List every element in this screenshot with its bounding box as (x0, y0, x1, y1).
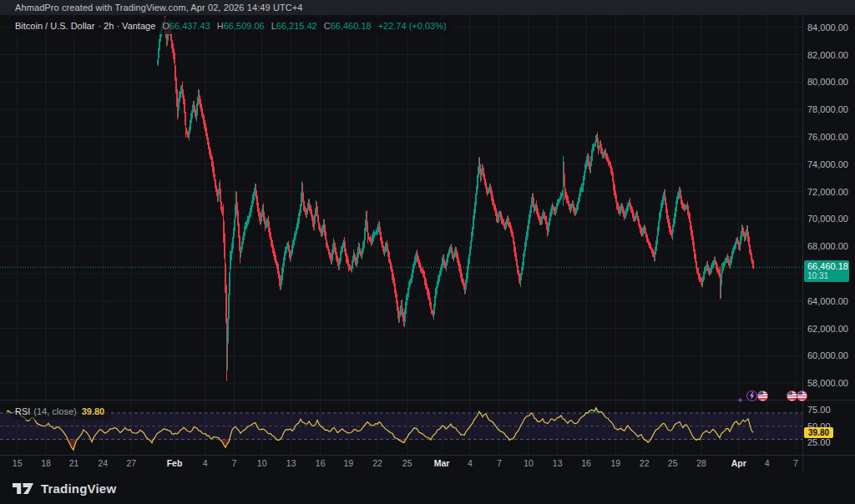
candle-body (207, 137, 208, 141)
us-flag-icon[interactable] (757, 391, 768, 401)
candle-body (673, 224, 674, 229)
candle-body (247, 220, 248, 223)
candle-body (517, 263, 518, 269)
price-tick-label: 76,000.00 (807, 132, 848, 142)
chart-canvas[interactable] (0, 0, 855, 504)
sparkle-icon[interactable] (737, 391, 743, 406)
candle-body (443, 259, 444, 261)
candle-body (395, 289, 396, 295)
candle-body (418, 260, 419, 263)
candle-body (620, 210, 620, 212)
candle-body (357, 253, 358, 259)
candle-body (331, 257, 331, 260)
candle-body (390, 261, 391, 265)
economic-event-lightning-icon[interactable] (746, 391, 757, 401)
candle-body (679, 190, 680, 194)
candle-body (501, 216, 502, 219)
candle-body (704, 271, 705, 275)
candle-body (196, 109, 197, 117)
rsi-name[interactable]: RSI (15, 406, 30, 416)
candle-body (753, 265, 754, 268)
candle-body (324, 224, 325, 230)
candle-body (171, 38, 172, 44)
candle-body (386, 244, 387, 247)
candle-body (700, 278, 701, 280)
candle-body (298, 218, 299, 223)
candle-body (382, 244, 383, 248)
tradingview-brand[interactable]: TradingView (41, 481, 116, 496)
candle-body (401, 305, 402, 310)
candle-body (705, 269, 706, 270)
price-tick-label: 60,000.00 (807, 350, 848, 360)
candle-body (199, 94, 200, 98)
candle-body (706, 267, 706, 269)
candle-body (320, 228, 321, 231)
candle-body (245, 224, 246, 227)
candle-body (542, 217, 543, 220)
candle-body (727, 257, 728, 260)
tradingview-logo-icon[interactable] (13, 481, 34, 496)
candle-body (354, 255, 355, 258)
time-tick-label: 4 (753, 458, 782, 468)
candle-body (387, 244, 387, 249)
candle-body (404, 315, 405, 323)
candle-body (585, 165, 586, 169)
candle-body (419, 263, 420, 265)
price-tick-label: 58,000.00 (807, 378, 848, 388)
candle-body (251, 204, 252, 208)
candle-body (548, 227, 549, 231)
candle-body (302, 189, 303, 197)
candle-body (743, 232, 744, 235)
candle-body (280, 280, 281, 286)
candle-body (580, 190, 581, 193)
time-tick-label: Mar (428, 458, 456, 468)
candle-body (635, 216, 636, 218)
candle-body (694, 247, 695, 253)
candle-body (322, 228, 323, 231)
candle-body (554, 209, 554, 210)
candle-body (331, 255, 332, 260)
candle-body (574, 210, 575, 214)
candle-body (181, 88, 182, 91)
candle-body (229, 285, 230, 306)
candle-body (650, 244, 650, 246)
candle-body (356, 261, 357, 265)
candle-body (713, 262, 714, 265)
candle-body (638, 219, 639, 222)
candle-body (551, 210, 552, 214)
candle-body (712, 265, 713, 267)
candle-body (430, 301, 431, 305)
candle-body (625, 212, 626, 214)
candle-body (647, 238, 648, 240)
candle-body (652, 250, 653, 253)
candle-body (446, 263, 447, 266)
candle-body (735, 244, 736, 246)
candle-body (748, 236, 749, 242)
candle-body (172, 43, 173, 49)
candle-body (266, 224, 266, 226)
candle-body (347, 257, 347, 260)
candle-body (498, 218, 498, 220)
candle-body (717, 268, 718, 270)
candle-body (414, 262, 415, 265)
candle-body (566, 194, 567, 198)
last-price-badge: 66,460.18 10:31 (804, 260, 849, 282)
candle-body (210, 150, 210, 154)
candle-body (464, 286, 465, 290)
us-flag-icon[interactable] (797, 391, 807, 401)
candle-body (271, 241, 272, 245)
candle-body (676, 201, 677, 207)
candle-body (179, 97, 180, 104)
candle-body (208, 142, 209, 146)
candle-body (559, 199, 560, 200)
candle-body (389, 257, 390, 261)
candle-body (644, 229, 645, 230)
time-tick-label: 16 (306, 458, 335, 468)
candle-body (284, 257, 285, 263)
candle-body (261, 213, 262, 216)
candle-body (709, 270, 710, 273)
symbol-title[interactable]: Bitcoin / U.S. Dollar (15, 21, 94, 31)
candle-body (660, 209, 661, 213)
candle-body (180, 91, 181, 94)
candle-body (725, 261, 726, 263)
